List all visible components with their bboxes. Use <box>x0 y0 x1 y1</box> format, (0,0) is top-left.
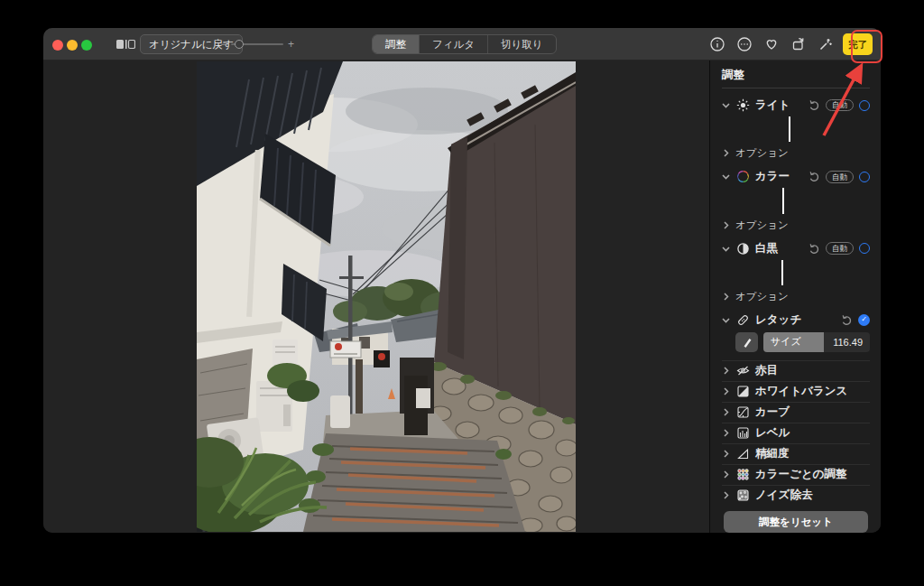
zoom-slider[interactable]: − + <box>220 34 294 54</box>
retouch-size-label: サイズ <box>763 332 824 352</box>
more-options-button[interactable] <box>731 28 758 60</box>
chevron-right-icon <box>722 149 730 157</box>
minimize-button[interactable] <box>67 40 78 51</box>
selective-color-icon <box>735 468 750 482</box>
bw-undo-icon[interactable] <box>808 243 820 255</box>
chevron-down-icon <box>722 173 730 180</box>
light-options[interactable]: オプション <box>722 146 870 160</box>
bw-strip-marker[interactable] <box>781 260 783 285</box>
auto-enhance-icon[interactable] <box>812 28 839 60</box>
fullscreen-button[interactable] <box>81 40 92 51</box>
chevron-down-icon <box>722 246 730 252</box>
light-undo-icon[interactable] <box>808 99 820 111</box>
color-label: カラー <box>755 169 790 184</box>
light-sun-icon <box>735 98 750 113</box>
retouch-enabled-toggle[interactable]: ✓ <box>858 314 870 326</box>
color-options[interactable]: オプション <box>722 219 870 232</box>
zoom-out-icon[interactable]: − <box>220 38 226 51</box>
section-color[interactable]: カラー 自動 <box>722 169 870 184</box>
adjust-sidebar: 調整 ライト 自動 <box>709 60 881 533</box>
toolbar: オリジナルに戻す − + 調整 フィルタ 切り取り <box>43 28 881 60</box>
color-auto-button[interactable]: 自動 <box>826 171 854 183</box>
zoom-slider-track[interactable] <box>231 43 283 45</box>
light-auto-button[interactable]: 自動 <box>826 99 854 112</box>
bw-label: 白黒 <box>755 241 778 256</box>
color-enabled-toggle[interactable] <box>859 172 870 182</box>
row-curves[interactable]: カーブ <box>722 402 870 423</box>
zoom-in-icon[interactable]: + <box>288 38 294 51</box>
retouch-bandage-icon <box>735 312 750 327</box>
sidebar-toggle-icon[interactable] <box>116 37 135 51</box>
chevron-right-icon <box>722 470 730 479</box>
sidebar-title: 調整 <box>722 68 870 82</box>
retouch-size-value: 116.49 <box>824 332 870 352</box>
color-wheel-icon <box>735 170 750 184</box>
noise-reduction-icon <box>735 488 750 503</box>
section-retouch[interactable]: レタッチ ✓ <box>722 312 870 328</box>
retouch-size-slider[interactable]: サイズ 116.49 <box>763 332 870 352</box>
row-levels[interactable]: レベル <box>722 423 870 443</box>
color-adjustment-strip[interactable] <box>722 188 870 213</box>
collapsed-adjustments-list: 赤目 ホワイトバランス カーブ <box>722 360 870 505</box>
photo-canvas[interactable] <box>197 61 576 532</box>
photo-canvas-area <box>43 60 709 533</box>
light-adjustment-strip[interactable] <box>722 116 870 142</box>
rotate-button[interactable] <box>785 28 812 60</box>
chevron-right-icon <box>722 408 730 416</box>
edit-mode-tabs: 調整 フィルタ 切り取り <box>372 34 557 54</box>
retouch-undo-icon[interactable] <box>841 314 853 326</box>
bw-auto-button[interactable]: 自動 <box>826 242 854 255</box>
curves-icon <box>735 405 750 420</box>
chevron-down-icon <box>722 102 730 108</box>
row-selective-color[interactable]: カラーごとの調整 <box>722 464 870 485</box>
chevron-right-icon <box>722 293 730 301</box>
bw-options[interactable]: オプション <box>722 290 870 303</box>
retouch-brush-button[interactable] <box>735 332 758 352</box>
redeye-icon <box>735 364 750 378</box>
levels-icon <box>735 426 750 441</box>
section-bw[interactable]: 白黒 自動 <box>722 241 870 256</box>
tab-adjust[interactable]: 調整 <box>373 35 420 53</box>
photo-steps <box>299 433 525 532</box>
reset-adjustments-button[interactable]: 調整をリセット <box>724 511 868 533</box>
tab-crop[interactable]: 切り取り <box>488 35 556 53</box>
chevron-right-icon <box>722 429 730 437</box>
row-white-balance[interactable]: ホワイトバランス <box>722 381 870 402</box>
light-enabled-toggle[interactable] <box>859 100 870 111</box>
close-button[interactable] <box>52 40 63 51</box>
info-button[interactable] <box>704 28 731 60</box>
section-light[interactable]: ライト 自動 <box>722 98 870 113</box>
chevron-right-icon <box>722 387 730 395</box>
white-balance-icon <box>735 385 750 399</box>
divider <box>722 88 870 88</box>
light-strip-marker[interactable] <box>789 116 790 142</box>
favorite-button[interactable] <box>758 28 785 60</box>
retouch-label: レタッチ <box>755 312 801 328</box>
row-redeye[interactable]: 赤目 <box>722 360 870 381</box>
color-undo-icon[interactable] <box>808 171 820 182</box>
done-button[interactable]: 完了 <box>843 33 873 55</box>
chevron-down-icon <box>722 317 730 323</box>
row-noise-reduction[interactable]: ノイズ除去 <box>722 485 870 505</box>
definition-icon <box>735 447 750 461</box>
row-definition[interactable]: 精細度 <box>722 443 870 464</box>
chevron-right-icon <box>722 450 730 458</box>
bw-halfcircle-icon <box>735 241 750 256</box>
tab-filters[interactable]: フィルタ <box>420 35 488 53</box>
retouch-controls: サイズ 116.49 <box>722 332 870 352</box>
chevron-right-icon <box>722 491 730 499</box>
bw-adjustment-strip[interactable] <box>722 260 870 285</box>
color-strip-marker[interactable] <box>782 188 784 213</box>
zoom-slider-knob[interactable] <box>235 40 244 49</box>
bw-enabled-toggle[interactable] <box>859 243 870 254</box>
photos-edit-window: オリジナルに戻す − + 調整 フィルタ 切り取り <box>43 28 881 533</box>
chevron-right-icon <box>722 367 730 375</box>
light-label: ライト <box>755 98 790 113</box>
chevron-right-icon <box>722 221 730 229</box>
